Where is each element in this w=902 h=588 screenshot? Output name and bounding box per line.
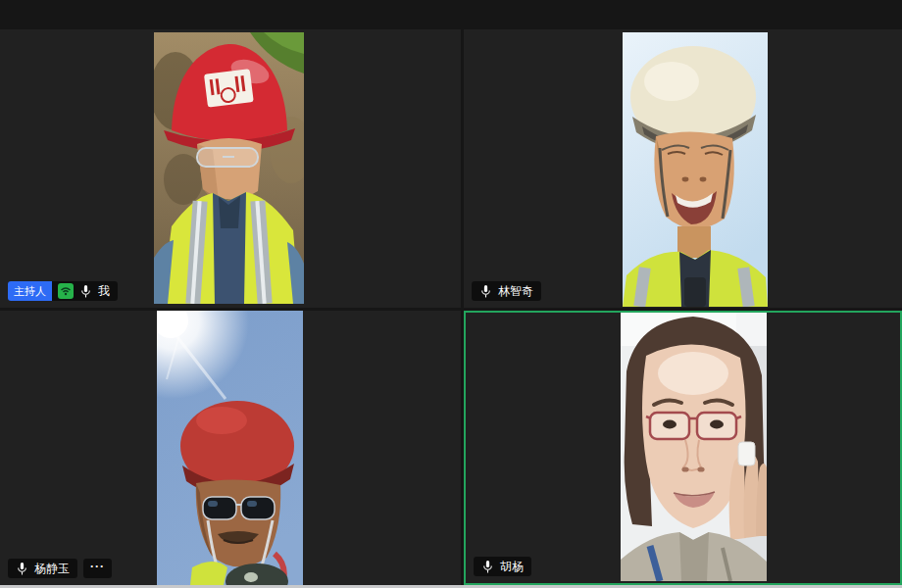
participant-name: 林智奇 <box>498 281 533 301</box>
video-frame-hu <box>621 313 767 581</box>
participant-label-yang: 杨静玉 ··· <box>8 559 112 578</box>
participant-label-lin: 林智奇 <box>472 281 541 301</box>
video-frame-self <box>154 32 304 304</box>
participant-name: 胡杨 <box>500 557 524 576</box>
participant-video-hu <box>621 313 767 581</box>
video-frame-lin <box>623 32 768 307</box>
video-tile-lin[interactable]: 林智奇 <box>464 29 902 308</box>
mic-icon <box>481 560 494 574</box>
participant-name: 杨静玉 <box>34 559 70 578</box>
video-tile-yang[interactable]: 杨静玉 ··· <box>0 311 461 585</box>
mic-icon <box>16 562 28 576</box>
video-tile-hu[interactable]: 胡杨 <box>464 311 902 585</box>
participant-label-hu: 胡杨 <box>474 557 531 576</box>
video-tile-self[interactable]: 主持人 我 <box>0 29 461 308</box>
name-pill: 胡杨 <box>474 557 531 576</box>
video-frame-yang <box>157 311 303 585</box>
participant-video-yang <box>157 311 303 585</box>
participant-video-lin <box>623 32 768 307</box>
mic-icon <box>79 284 92 299</box>
participant-name: 我 <box>98 281 110 301</box>
name-pill: 林智奇 <box>472 281 541 301</box>
participant-label-self: 主持人 我 <box>8 281 118 301</box>
host-badge: 主持人 <box>8 281 52 301</box>
more-options-button[interactable]: ··· <box>83 559 112 578</box>
name-pill: 主持人 我 <box>8 281 118 301</box>
mic-icon <box>479 284 492 299</box>
network-quality-icon <box>58 283 74 299</box>
name-pill: 杨静玉 <box>8 559 77 578</box>
participant-video-self <box>154 32 304 304</box>
